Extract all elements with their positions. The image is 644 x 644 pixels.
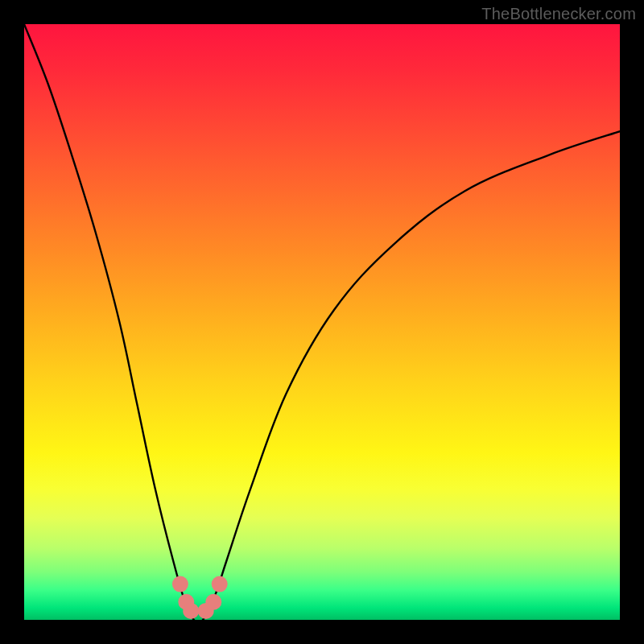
watermark-text: TheBottlenecker.com <box>481 5 636 23</box>
highlight-dots <box>172 576 228 619</box>
bottleneck-curve <box>24 24 620 620</box>
plot-area <box>24 24 620 620</box>
highlight-dot <box>212 576 228 592</box>
highlight-dot <box>172 576 188 592</box>
highlight-dot <box>205 594 221 610</box>
chart-frame: TheBottlenecker.com <box>0 0 644 644</box>
curve-path <box>24 24 620 620</box>
highlight-dot <box>183 603 199 619</box>
